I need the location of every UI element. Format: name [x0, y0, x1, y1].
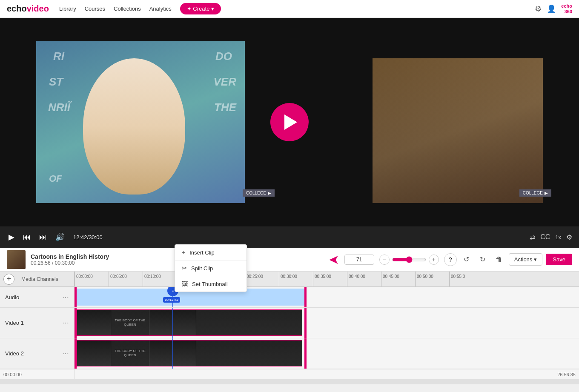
media-channels-header: + Media Channels: [0, 272, 75, 286]
zoom-out-button[interactable]: −: [379, 255, 390, 265]
undo-button[interactable]: ↺: [460, 253, 473, 266]
video2-clip: THE BODY OF THE QUEEN: [77, 340, 302, 366]
video1-clip: THE BODY OF THE QUEEN: [77, 309, 302, 336]
set-thumbnail-item[interactable]: 🖼 Set Thumbnail: [175, 276, 247, 292]
zoom-slider[interactable]: [392, 256, 426, 263]
split-clip-icon: ✂: [182, 265, 187, 272]
video-panel-left: RI ST NRIĨ OF DO VER THE: [36, 41, 245, 203]
ruler-tick-9: 00:45:00: [381, 272, 415, 286]
college-badge-left: COLLEGE ▶: [243, 189, 275, 197]
v2-out-marker: [304, 338, 307, 369]
audio-track-menu[interactable]: ⋯: [62, 293, 69, 301]
audio-track-content[interactable]: ≡ 00:12:42: [75, 287, 579, 307]
logo-video: video: [27, 4, 49, 14]
navbar: echovideo Library Courses Collections An…: [0, 0, 579, 18]
redo-button[interactable]: ↻: [476, 253, 489, 266]
time-display: 12:42/30:00: [73, 234, 103, 240]
video1-track-label: Video 1 ⋯: [0, 308, 75, 338]
play-pause-button[interactable]: ▶: [7, 231, 16, 243]
ruler-tick-1: 00:05:00: [109, 272, 143, 286]
video2-label: THE BODY OF THE QUEEN: [111, 349, 149, 358]
transport-right: ⇄ CC 1x ⚙: [530, 233, 572, 241]
timeline-end-time: 26:56.85: [75, 369, 579, 379]
settings-icon-transport[interactable]: ⚙: [566, 233, 572, 241]
video1-label: THE BODY OF THE QUEEN: [111, 318, 149, 327]
video2-track-menu[interactable]: ⋯: [62, 349, 69, 358]
zoom-in-button[interactable]: +: [429, 255, 439, 265]
logo-echo: echo: [7, 4, 27, 14]
ruler-tick-8: 00:40:00: [347, 272, 381, 286]
ruler-tick-7: 00:35:00: [313, 272, 347, 286]
delete-button[interactable]: 🗑: [493, 253, 505, 266]
v1-in-marker: [75, 308, 77, 338]
nav-library[interactable]: Library: [59, 6, 76, 12]
timeline-ruler: 00:00:00 00:05:00 00:10:00 00:15:00 00:2…: [75, 272, 579, 286]
red-arrow-icon: ➤: [329, 252, 339, 267]
video2-track-label: Video 2 ⋯: [0, 338, 75, 369]
scrollbar[interactable]: [0, 379, 579, 384]
trim-icon[interactable]: ⇄: [530, 233, 535, 241]
actions-button[interactable]: Actions ▾: [509, 253, 543, 266]
nav-courses[interactable]: Courses: [85, 6, 105, 12]
video1-track-content[interactable]: THE BODY OF THE QUEEN: [75, 308, 579, 338]
ruler-tick-6: 00:30:00: [279, 272, 313, 286]
editor-toolbar: Cartoons in English History 00:26:56 / 0…: [0, 248, 579, 272]
v2-scrubber: [172, 338, 173, 369]
nav-collections[interactable]: Collections: [114, 6, 141, 12]
actions-label: Actions: [514, 256, 533, 263]
scrubber-timecode: 00:12:42: [163, 297, 180, 303]
ruler-tick-5: 00:25:00: [245, 272, 279, 286]
nav-analytics[interactable]: Analytics: [149, 6, 172, 12]
settings-icon[interactable]: ⚙: [535, 4, 542, 14]
rewind-button[interactable]: ⏮: [21, 231, 32, 243]
transport-bar: ▶ ⏮ ⏭ 🔊 12:42/30:00 ⇄ CC 1x ⚙: [0, 226, 579, 248]
v1-scrubber: [172, 308, 173, 338]
set-thumbnail-icon: 🖼: [182, 280, 188, 287]
video1-track-menu[interactable]: ⋯: [62, 319, 69, 327]
scrubber-line: ≡ 00:12:42: [172, 287, 173, 307]
user-icon[interactable]: 👤: [547, 4, 556, 14]
audio-track-label: Audio ⋯: [0, 287, 75, 307]
v2-in-marker: [75, 338, 77, 369]
insert-clip-icon: +: [182, 249, 185, 256]
context-menu: + Insert Clip ✂ Split Clip 🖼 Set Thumbna…: [175, 244, 247, 292]
frame-input[interactable]: [344, 255, 374, 265]
timeline-bottom: 00:00:00 26:56.85: [0, 369, 579, 379]
video-thumbnail: [7, 250, 26, 269]
ruler-tick-0: 00:00:00: [75, 272, 109, 286]
v1-out-marker: [304, 308, 307, 338]
save-button[interactable]: Save: [546, 254, 572, 265]
volume-button[interactable]: 🔊: [54, 231, 66, 243]
actions-chevron: ▾: [534, 256, 537, 263]
cc-icon[interactable]: CC: [540, 233, 550, 241]
help-button[interactable]: ?: [444, 253, 457, 266]
college-badge-right: COLLEGE ▶: [519, 189, 551, 197]
fast-forward-button[interactable]: ⏭: [37, 231, 49, 243]
add-channel-button[interactable]: +: [3, 274, 14, 285]
media-channels-label: Media Channels: [21, 276, 58, 282]
play-icon: [284, 114, 297, 130]
video-area: RI ST NRIĨ OF DO VER THE COLLEGE ▶ COLLE…: [0, 18, 579, 226]
play-button[interactable]: [270, 103, 309, 141]
ruler-tick-10: 00:50:00: [415, 272, 449, 286]
insert-clip-label: Insert Clip: [189, 249, 215, 256]
insert-clip-item[interactable]: + Insert Clip: [175, 245, 247, 260]
echo360-badge: echo 360: [561, 3, 572, 14]
create-button[interactable]: ✦ Create ▾: [180, 3, 221, 14]
video2-track-row: Video 2 ⋯ THE BODY OF THE QUEEN: [0, 338, 579, 369]
scrubber-icon: ≡: [172, 289, 174, 293]
toolbar-actions: ? ↺ ↻ 🗑 Actions ▾ Save: [444, 253, 572, 266]
video2-track-content[interactable]: THE BODY OF THE QUEEN: [75, 338, 579, 369]
zoom-controls: − +: [379, 255, 439, 265]
ruler-tick-11: 00:55:0: [449, 272, 483, 286]
logo: echovideo: [7, 4, 49, 14]
set-thumbnail-label: Set Thumbnail: [192, 281, 228, 287]
split-clip-label: Split Clip: [191, 265, 213, 272]
ruler-tick-2: 00:10:00: [143, 272, 177, 286]
speed-button[interactable]: 1x: [555, 234, 561, 240]
in-marker: [75, 287, 77, 307]
timeline-start-time: 00:00:00: [0, 369, 75, 379]
navbar-right: ⚙ 👤 echo 360: [535, 3, 572, 14]
video1-track-row: Video 1 ⋯ THE BODY OF THE QUEEN: [0, 308, 579, 338]
split-clip-item[interactable]: ✂ Split Clip: [175, 260, 247, 276]
